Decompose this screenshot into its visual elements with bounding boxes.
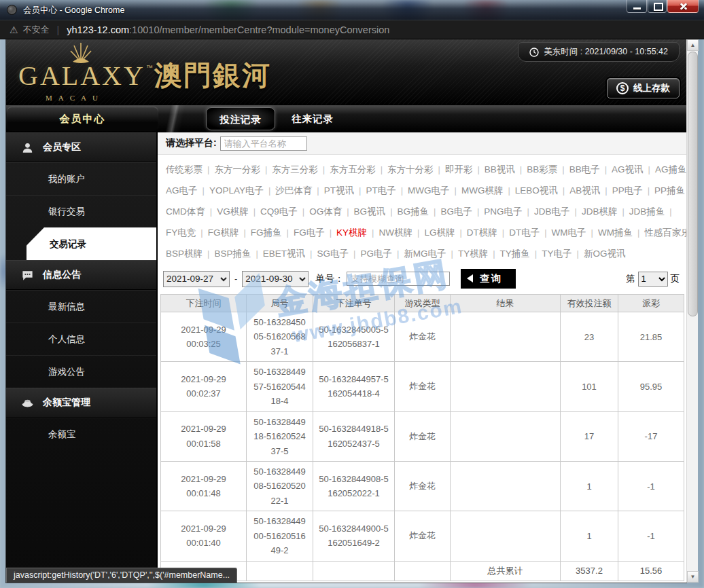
platform-link[interactable]: 新OG视讯 bbox=[584, 249, 626, 259]
platform-link[interactable]: BSP捕鱼 bbox=[214, 249, 251, 259]
table-cell bbox=[451, 511, 561, 561]
sidebar-section[interactable]: 信息公告 bbox=[6, 260, 156, 290]
platform-link[interactable]: TY捕鱼 bbox=[500, 249, 530, 259]
scrollbar-thumb[interactable] bbox=[688, 52, 698, 316]
order-number-input[interactable] bbox=[347, 272, 450, 286]
link-separator: | bbox=[493, 249, 495, 259]
platform-link[interactable]: NW棋牌 bbox=[379, 227, 412, 238]
platform-link[interactable]: KY棋牌 bbox=[336, 227, 367, 238]
platform-link[interactable]: PP捕鱼 bbox=[654, 185, 685, 196]
address-bar[interactable]: ⚠ 不安全 | yh123-12.com:10010/member/member… bbox=[0, 20, 704, 39]
link-separator: | bbox=[253, 206, 256, 217]
link-separator: | bbox=[256, 249, 258, 259]
sidebar-item[interactable]: 最新信息 bbox=[6, 290, 156, 323]
security-warning-label[interactable]: 不安全 bbox=[23, 24, 50, 36]
platform-link[interactable]: FY电竞 bbox=[166, 227, 196, 238]
sidebar-item[interactable]: 交易记录 bbox=[27, 227, 156, 260]
platform-link[interactable]: AB视讯 bbox=[569, 185, 600, 196]
platform-link[interactable]: PT视讯 bbox=[324, 185, 354, 196]
platform-link[interactable]: EBET视讯 bbox=[263, 249, 305, 259]
platform-link[interactable]: 东方三分彩 bbox=[272, 164, 318, 174]
minimize-button[interactable] bbox=[627, 0, 647, 13]
link-separator: | bbox=[353, 249, 355, 259]
platform-link[interactable]: BG视讯 bbox=[354, 206, 386, 217]
platform-link[interactable]: LEBO视讯 bbox=[515, 185, 558, 196]
platform-link[interactable]: 新MG电子 bbox=[404, 249, 446, 259]
platform-link[interactable]: BB视讯 bbox=[485, 164, 515, 174]
platform-link[interactable]: JDB棋牌 bbox=[582, 206, 618, 217]
platform-link[interactable]: BB电子 bbox=[569, 164, 600, 174]
platform-link[interactable]: OG体育 bbox=[309, 206, 342, 217]
sidebar-item[interactable]: 银行交易 bbox=[6, 195, 156, 227]
url-text[interactable]: yh123-12.com:10010/member/memberCentre?m… bbox=[67, 24, 389, 35]
link-separator: | bbox=[648, 164, 650, 174]
platform-link[interactable]: MWG电子 bbox=[408, 185, 450, 196]
platform-link[interactable]: FG电子 bbox=[294, 227, 325, 238]
platform-link[interactable]: PNG电子 bbox=[484, 206, 522, 217]
tab-item[interactable]: 往来记录 bbox=[278, 107, 347, 130]
platform-link[interactable]: 传统彩票 bbox=[166, 164, 203, 174]
platform-link[interactable]: AG电子 bbox=[166, 185, 198, 196]
platform-link[interactable]: DT电子 bbox=[509, 227, 540, 238]
platform-link[interactable]: AG视讯 bbox=[612, 164, 644, 174]
platform-link[interactable]: BSP棋牌 bbox=[166, 249, 203, 259]
close-button[interactable] bbox=[667, 0, 699, 13]
site-logo[interactable]: GALAXY™澳門銀河 bbox=[18, 57, 271, 94]
platform-link[interactable]: PT电子 bbox=[366, 185, 395, 196]
platform-link[interactable]: BG电子 bbox=[440, 206, 472, 217]
platform-link[interactable]: MWG棋牌 bbox=[461, 185, 504, 196]
platform-links-row: AG电子|YOPLAY电子|沙巴体育|PT视讯|PT电子|MWG电子|MWG棋牌… bbox=[166, 180, 678, 201]
platform-link[interactable]: YOPLAY电子 bbox=[209, 185, 264, 196]
platform-link[interactable]: JDB电子 bbox=[534, 206, 570, 217]
date-from-select[interactable]: 2021-09-27 bbox=[163, 271, 230, 287]
platform-link[interactable]: TY电子 bbox=[542, 249, 571, 259]
platform-link[interactable]: WM电子 bbox=[552, 227, 586, 238]
search-button[interactable]: 查询 bbox=[461, 269, 516, 289]
platform-link[interactable]: TY棋牌 bbox=[458, 249, 488, 259]
scroll-up-icon[interactable]: ▲ bbox=[687, 39, 699, 51]
platform-link[interactable]: BG捕鱼 bbox=[398, 206, 429, 217]
platform-search-input[interactable] bbox=[220, 136, 307, 151]
platform-link[interactable]: PP电子 bbox=[612, 185, 643, 196]
date-to-select[interactable]: 2021-09-30 bbox=[242, 271, 309, 287]
platform-link[interactable]: CMD体育 bbox=[166, 206, 205, 217]
link-separator: | bbox=[347, 206, 349, 217]
table-cell-empty bbox=[313, 561, 395, 581]
platform-link[interactable]: CQ9电子 bbox=[260, 206, 298, 217]
platform-link[interactable]: SG电子 bbox=[317, 249, 349, 259]
sidebar-item[interactable]: 余额宝 bbox=[6, 418, 156, 450]
sidebar-item[interactable]: 我的账户 bbox=[6, 162, 156, 195]
platform-link[interactable]: WM捕鱼 bbox=[598, 227, 633, 238]
platform-link[interactable]: FG捕鱼 bbox=[251, 227, 282, 238]
platform-link[interactable]: VG棋牌 bbox=[217, 206, 249, 217]
sidebar-section[interactable]: 余额宝管理 bbox=[6, 388, 156, 418]
browser-scrollbar[interactable]: ▲ ▼ bbox=[686, 39, 698, 583]
platform-link[interactable]: AG捕鱼 bbox=[655, 164, 686, 174]
platform-link[interactable]: 性感百家乐 bbox=[644, 227, 686, 238]
platform-select-row: 请选择平台: bbox=[158, 132, 686, 155]
platform-links: 传统彩票|东方一分彩|东方三分彩|东方五分彩|东方十分彩|即开彩|BB视讯|BB… bbox=[158, 155, 686, 267]
sidebar-section[interactable]: 会员专区 bbox=[6, 132, 156, 162]
tab-active[interactable]: 投注记录 bbox=[206, 107, 275, 130]
table-row: 2021-09-29 00:01:4050-1632844900-5162051… bbox=[161, 511, 684, 561]
platform-link[interactable]: LG棋牌 bbox=[424, 227, 455, 238]
platform-link[interactable]: DT棋牌 bbox=[467, 227, 497, 238]
platform-link[interactable]: 东方一分彩 bbox=[214, 164, 260, 174]
platform-link[interactable]: FG棋牌 bbox=[208, 227, 239, 238]
platform-link[interactable]: 沙巴体育 bbox=[275, 185, 312, 196]
platform-link[interactable]: 东方五分彩 bbox=[330, 164, 376, 174]
platform-link[interactable]: BB彩票 bbox=[527, 164, 557, 174]
page-select[interactable]: 1 bbox=[638, 272, 668, 287]
maximize-button[interactable] bbox=[648, 0, 667, 13]
link-separator: | bbox=[591, 227, 593, 238]
platform-link[interactable]: 东方十分彩 bbox=[387, 164, 434, 174]
table-cell: 炸金花 bbox=[395, 511, 451, 561]
online-deposit-button[interactable]: $ 线上存款 bbox=[607, 78, 680, 98]
sidebar-item[interactable]: 游戏公告 bbox=[6, 355, 156, 388]
logo-galaxy-text: GALAXY bbox=[18, 60, 145, 92]
scroll-down-icon[interactable]: ▼ bbox=[687, 571, 699, 583]
platform-link[interactable]: 即开彩 bbox=[445, 164, 473, 174]
platform-link[interactable]: JDB捕鱼 bbox=[629, 206, 665, 217]
sidebar-item[interactable]: 个人信息 bbox=[6, 323, 156, 355]
platform-link[interactable]: PG电子 bbox=[360, 249, 392, 259]
